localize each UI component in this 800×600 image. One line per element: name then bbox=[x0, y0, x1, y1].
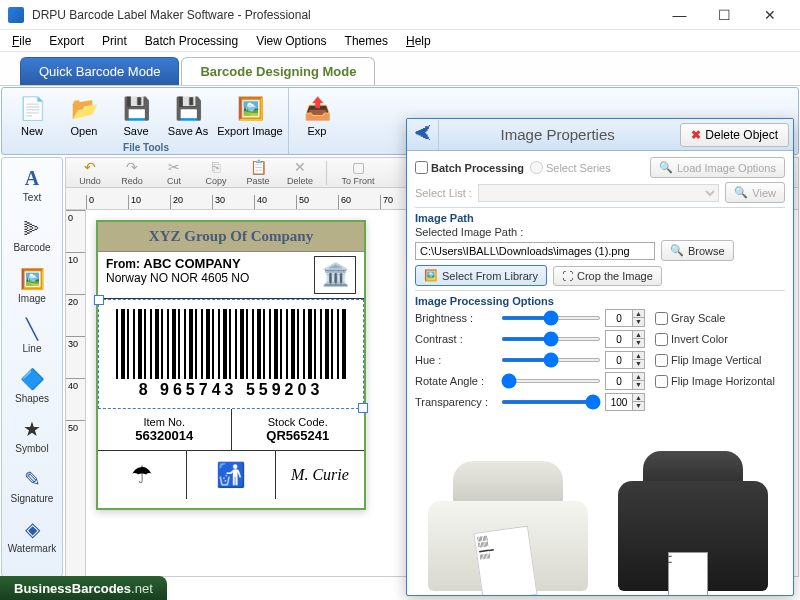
transparency-spinner[interactable]: ▲▼ bbox=[605, 393, 645, 411]
label-preview[interactable]: XYZ Group Of Company From: ABC COMPANY N… bbox=[96, 220, 366, 510]
tool-line[interactable]: ╲Line bbox=[3, 310, 61, 360]
paste-button[interactable]: 📋Paste bbox=[238, 159, 278, 187]
menu-export[interactable]: Export bbox=[41, 32, 92, 50]
cut-button[interactable]: ✂Cut bbox=[154, 159, 194, 187]
tool-barcode[interactable]: ⫸Barcode bbox=[3, 210, 61, 260]
brightness-slider[interactable] bbox=[501, 316, 601, 320]
invert-color-checkbox[interactable]: Invert Color bbox=[655, 333, 728, 346]
maximize-button[interactable]: ☐ bbox=[702, 1, 747, 29]
contrast-spinner[interactable]: ▲▼ bbox=[605, 330, 645, 348]
rotate-spinner[interactable]: ▲▼ bbox=[605, 372, 645, 390]
crop-image-button[interactable]: ⛶ Crop the Image bbox=[553, 266, 662, 286]
close-button[interactable]: ✕ bbox=[747, 1, 792, 29]
save-as-icon: 💾 bbox=[174, 95, 202, 123]
tool-watermark[interactable]: ◈Watermark bbox=[3, 510, 61, 560]
copy-button[interactable]: ⎘Copy bbox=[196, 159, 236, 187]
delete-icon: ✕ bbox=[294, 159, 306, 175]
minimize-button[interactable]: — bbox=[657, 1, 702, 29]
undo-icon: ↶ bbox=[84, 159, 96, 175]
barcode-icon: ⫸ bbox=[22, 217, 42, 240]
image-path-input[interactable] bbox=[415, 242, 655, 260]
image-icon: 🖼️ bbox=[20, 267, 45, 291]
dispose-symbol: 🚮 bbox=[187, 451, 276, 499]
menu-bar: File Export Print Batch Processing View … bbox=[0, 30, 800, 52]
tab-quick-barcode[interactable]: Quick Barcode Mode bbox=[20, 57, 179, 85]
brand-footer: BusinessBarcodes.net bbox=[0, 576, 167, 600]
contrast-label: Contrast : bbox=[415, 333, 497, 345]
view-button: 🔍View bbox=[725, 182, 785, 203]
window-title: DRPU Barcode Label Maker Software - Prof… bbox=[32, 8, 657, 22]
rotate-label: Rotate Angle : bbox=[415, 375, 497, 387]
brightness-label: Brightness : bbox=[415, 312, 497, 324]
copy-icon: ⎘ bbox=[212, 159, 220, 175]
export-button[interactable]: 📤Exp bbox=[291, 91, 343, 151]
delete-x-icon: ✖ bbox=[691, 128, 701, 142]
flip-vertical-checkbox[interactable]: Flip Image Vertical bbox=[655, 354, 761, 367]
export-image-icon: 🖼️ bbox=[236, 95, 264, 123]
to-front-icon: ▢ bbox=[352, 159, 365, 175]
delete-button[interactable]: ✕Delete bbox=[280, 159, 320, 187]
tool-text[interactable]: AText bbox=[3, 160, 61, 210]
contrast-slider[interactable] bbox=[501, 337, 601, 341]
rotate-slider[interactable] bbox=[501, 379, 601, 383]
brightness-spinner[interactable]: ▲▼ bbox=[605, 309, 645, 327]
menu-themes[interactable]: Themes bbox=[337, 32, 396, 50]
printer-black: ▪▪▪▪ bbox=[608, 441, 778, 591]
symbol-icon: ★ bbox=[23, 417, 41, 441]
transparency-label: Transparency : bbox=[415, 396, 497, 408]
umbrella-symbol: ☂ bbox=[98, 451, 187, 499]
flip-horizontal-checkbox[interactable]: Flip Image Horizontal bbox=[655, 375, 775, 388]
browse-button[interactable]: 🔍Browse bbox=[661, 240, 734, 261]
panel-title: Image Properties bbox=[439, 126, 676, 143]
processing-options-heading: Image Processing Options bbox=[415, 295, 785, 307]
label-from-section: From: ABC COMPANY Norway NO NOR 4605 NO … bbox=[98, 252, 364, 299]
menu-file[interactable]: File bbox=[4, 32, 39, 50]
to-front-button[interactable]: ▢To Front bbox=[333, 159, 383, 187]
grayscale-checkbox[interactable]: Gray Scale bbox=[655, 312, 725, 325]
text-icon: A bbox=[25, 167, 39, 190]
menu-print[interactable]: Print bbox=[94, 32, 135, 50]
from-address: Norway NO NOR 4605 NO bbox=[106, 271, 249, 285]
tool-strip: AText ⫸Barcode 🖼️Image ╲Line 🔷Shapes ★Sy… bbox=[1, 157, 63, 577]
select-list-label: Select List : bbox=[415, 187, 472, 199]
tab-barcode-designing[interactable]: Barcode Designing Mode bbox=[181, 57, 375, 85]
image-path-heading: Image Path bbox=[415, 212, 785, 224]
load-image-options-button: 🔍 Load Image Options bbox=[650, 157, 785, 178]
undo-button[interactable]: ↶Undo bbox=[70, 159, 110, 187]
panel-back-button[interactable]: ⮜ bbox=[407, 120, 439, 150]
selected-path-label: Selected Image Path : bbox=[415, 226, 785, 238]
image-properties-panel: ⮜ Image Properties ✖Delete Object Batch … bbox=[406, 118, 794, 596]
delete-object-button[interactable]: ✖Delete Object bbox=[680, 123, 789, 147]
from-label: From: bbox=[106, 257, 140, 271]
batch-processing-checkbox[interactable]: Batch Processing bbox=[415, 161, 524, 174]
redo-button[interactable]: ↷Redo bbox=[112, 159, 152, 187]
signature-icon: ✎ bbox=[24, 467, 41, 491]
tool-shapes[interactable]: 🔷Shapes bbox=[3, 360, 61, 410]
select-from-library-button[interactable]: 🖼️ Select From Library bbox=[415, 265, 547, 286]
printer-illustration: ||||||||||||||||▬▬▬|||||||| ▪▪▪▪ bbox=[415, 431, 785, 591]
menu-batch[interactable]: Batch Processing bbox=[137, 32, 246, 50]
barcode-bars bbox=[116, 309, 346, 379]
tool-image[interactable]: 🖼️Image bbox=[3, 260, 61, 310]
tool-symbol[interactable]: ★Symbol bbox=[3, 410, 61, 460]
transparency-slider[interactable] bbox=[501, 400, 601, 404]
stock-code-cell: Stock Code.QR565241 bbox=[232, 409, 365, 450]
ribbon-group-label: File Tools bbox=[4, 142, 288, 153]
hue-spinner[interactable]: ▲▼ bbox=[605, 351, 645, 369]
barcode-number: 8 965743 559203 bbox=[139, 381, 324, 399]
label-header: XYZ Group Of Company bbox=[98, 222, 364, 252]
barcode-object[interactable]: 8 965743 559203 bbox=[98, 299, 364, 409]
cut-icon: ✂ bbox=[168, 159, 180, 175]
menu-view[interactable]: View Options bbox=[248, 32, 334, 50]
hue-slider[interactable] bbox=[501, 358, 601, 362]
shapes-icon: 🔷 bbox=[20, 367, 45, 391]
mode-tabs: Quick Barcode Mode Barcode Designing Mod… bbox=[0, 52, 800, 86]
select-list-dropdown bbox=[478, 184, 719, 202]
tool-signature[interactable]: ✎Signature bbox=[3, 460, 61, 510]
line-icon: ╲ bbox=[26, 317, 38, 341]
hue-label: Hue : bbox=[415, 354, 497, 366]
menu-help[interactable]: Help bbox=[398, 32, 439, 50]
new-file-icon: 📄 bbox=[18, 95, 46, 123]
paste-icon: 📋 bbox=[250, 159, 267, 175]
watermark-icon: ◈ bbox=[25, 517, 40, 541]
